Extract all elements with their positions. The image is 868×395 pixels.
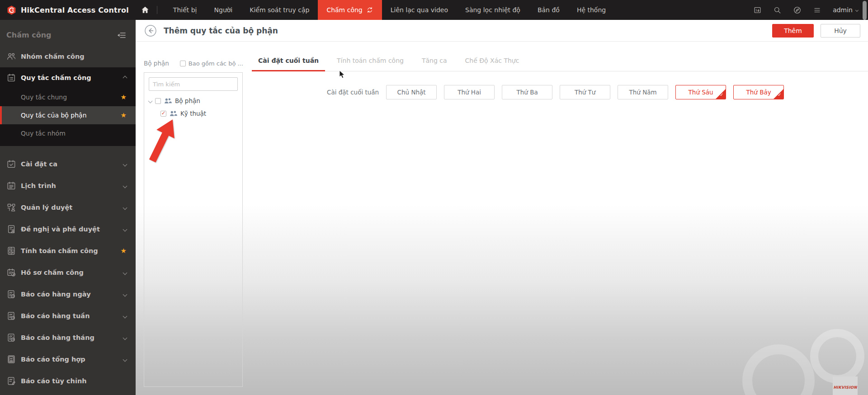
day-button-monday[interactable]: Thứ Hai	[444, 85, 495, 99]
calendar-icon[interactable]: 1	[753, 6, 762, 14]
brand-name: HikCentral Access Control	[21, 6, 129, 14]
day-button-label: Chủ Nhật	[397, 89, 426, 96]
sidebar-item-quy-tac-cua-bo-phan[interactable]: Quy tắc của bộ phận ★	[0, 106, 136, 124]
calendar-clock-icon	[6, 268, 16, 277]
back-button[interactable]	[145, 25, 156, 37]
nav-label: Thiết bị	[173, 6, 197, 14]
sidebar-item-cai-dat-ca[interactable]: Cài đặt ca	[0, 153, 136, 175]
sidebar-item-nhom-cham-cong[interactable]: Nhóm chấm công	[0, 46, 136, 67]
top-nav: Thiết bị Người Kiểm soát truy cập Chấm c…	[165, 0, 614, 20]
sidebar-item-de-nghi-va-phe-duyet[interactable]: Đề nghị và phê duyệt	[0, 218, 136, 240]
sidebar-item-label: Quy tắc chung	[21, 94, 67, 101]
sidebar-item-lich-trinh[interactable]: Lịch trình	[0, 175, 136, 197]
nav-lien-lac-qua-video[interactable]: Liên lạc qua video	[382, 0, 457, 20]
tab-tinh-toan-cham-cong[interactable]: Tính toán chấm công	[330, 57, 410, 71]
day-button-label: Thứ Tư	[575, 89, 595, 96]
tab-che-do-xac-thuc[interactable]: Chế Độ Xác Thực	[459, 57, 526, 71]
sidebar-item-tinh-toan-cham-cong[interactable]: Tính toán chấm công ★	[0, 240, 136, 262]
sidebar-item-label: Báo cáo hàng tuần	[21, 312, 90, 320]
tab-tang-ca[interactable]: Tăng ca	[415, 57, 453, 71]
selected-corner-icon: ✓	[774, 89, 783, 99]
chevron-down-icon	[123, 183, 127, 188]
page-title: Thêm quy tắc của bộ phận	[164, 26, 278, 35]
star-icon[interactable]: ★	[121, 112, 127, 119]
search-icon[interactable]	[773, 6, 782, 14]
sidebar-item-bao-cao-tong-hop[interactable]: Báo cáo tổng hợp	[0, 348, 136, 370]
sidebar-item-label: Lịch trình	[21, 182, 56, 189]
sidebar-item-label: Báo cáo tổng hợp	[21, 356, 85, 363]
sidebar-item-bao-cao-hang-thang[interactable]: Báo cáo hàng tháng	[0, 327, 136, 348]
tab-cai-dat-cuoi-tuan[interactable]: Cài đặt cuối tuần	[252, 57, 325, 71]
nav-he-thong[interactable]: Hệ thống	[568, 0, 614, 20]
sidebar-item-bao-cao-tuy-chinh[interactable]: Báo cáo tùy chỉnh	[0, 370, 136, 392]
nav-label: Sàng lọc nhiệt độ	[465, 6, 520, 14]
checkbox-icon[interactable]	[155, 98, 161, 104]
day-button-thursday[interactable]: Thứ Năm	[618, 85, 668, 99]
day-button-tuesday[interactable]: Thứ Ba	[502, 85, 552, 99]
weekend-setting-label: Cài đặt cuối tuần	[327, 89, 379, 96]
nav-label: Hệ thống	[577, 6, 606, 14]
svg-text:1: 1	[755, 9, 757, 12]
day-button-friday[interactable]: Thứ Sáu✓	[675, 85, 726, 99]
chevron-down-icon	[123, 357, 127, 362]
sidebar-item-label: Tính toán chấm công	[21, 247, 98, 254]
add-button[interactable]: Thêm	[772, 24, 814, 38]
sync-icon	[366, 6, 373, 14]
star-icon[interactable]: ★	[121, 94, 127, 101]
sidebar-item-quan-ly-duyet[interactable]: Quản lý duyệt	[0, 197, 136, 218]
menu-icon[interactable]	[813, 6, 821, 14]
rule-settings-panel: Cài đặt cuối tuần Tính toán chấm công Tă…	[244, 42, 868, 395]
schedule-icon	[6, 181, 16, 191]
tree-node-bo-phan[interactable]: Bộ phận	[149, 97, 238, 104]
include-sub-departments-checkbox[interactable]: Bao gồm các bộ ...	[180, 60, 243, 67]
chevron-down-icon	[123, 314, 127, 318]
department-tree-box: Bộ phận ✓ Kỹ thuật	[144, 72, 243, 387]
main-area: Thêm quy tắc của bộ phận Thêm Hủy Bộ phậ…	[136, 20, 868, 395]
nav-nguoi[interactable]: Người	[206, 0, 241, 20]
day-button-saturday[interactable]: Thứ Bảy✓	[733, 85, 784, 99]
nav-ban-do[interactable]: Bản đồ	[529, 0, 568, 20]
chevron-down-icon	[855, 8, 859, 11]
doc-person-icon	[6, 224, 16, 234]
report-summary-icon	[6, 354, 16, 364]
compass-icon[interactable]	[793, 6, 802, 14]
nav-thiet-bi[interactable]: Thiết bị	[165, 0, 206, 20]
sidebar-item-bao-cao-hang-ngay[interactable]: Báo cáo hàng ngày	[0, 283, 136, 305]
search-input[interactable]	[149, 77, 238, 91]
sidebar-item-label: Báo cáo hàng ngày	[21, 291, 91, 298]
home-icon[interactable]	[141, 5, 150, 14]
sidebar-item-quy-tac-chung[interactable]: Quy tắc chung ★	[0, 88, 136, 106]
day-button-sunday[interactable]: Chủ Nhật	[386, 85, 437, 99]
chevron-down-icon[interactable]	[148, 99, 153, 103]
checkbox-icon[interactable]	[180, 61, 186, 66]
sidebar-item-quy-tac-nhom[interactable]: Quy tắc nhóm	[0, 124, 136, 142]
sidebar-item-ho-so-cham-cong[interactable]: Hồ sơ chấm công	[0, 262, 136, 283]
collapse-sidebar-icon[interactable]	[117, 31, 127, 39]
day-button-wednesday[interactable]: Thứ Tư	[560, 85, 610, 99]
top-bar: HikCentral Access Control Thiết bị Người…	[0, 0, 868, 20]
chevron-down-icon	[123, 335, 127, 340]
tree-node-label: Kỹ thuật	[180, 110, 206, 117]
nav-kiem-soat-truy-cap[interactable]: Kiểm soát truy cập	[241, 0, 318, 20]
calculator-icon	[6, 246, 16, 256]
user-menu[interactable]: admin	[833, 6, 858, 14]
checkbox-checked-icon[interactable]: ✓	[160, 111, 166, 117]
brand: HikCentral Access Control	[0, 5, 129, 15]
nav-cham-cong[interactable]: Chấm công	[318, 0, 382, 20]
sidebar-item-label: Hồ sơ chấm công	[21, 269, 84, 276]
day-button-label: Thứ Sáu	[689, 89, 713, 96]
watermark-tile: HIKVISION	[833, 376, 858, 395]
tree-node-ky-thuat[interactable]: ✓ Kỹ thuật	[160, 110, 238, 117]
scrollbar-thumb[interactable]	[863, 1, 867, 20]
top-right-tools: 1 admin	[753, 6, 868, 14]
nav-sang-loc-nhiet-do[interactable]: Sàng lọc nhiệt độ	[457, 0, 529, 20]
sidebar-item-bao-cao-hang-tuan[interactable]: Báo cáo hàng tuần	[0, 305, 136, 327]
rules-icon	[6, 73, 16, 83]
sidebar-item-quy-tac-cham-cong[interactable]: Quy tắc chấm công	[0, 67, 136, 88]
nav-label: Chấm công	[326, 6, 362, 14]
cancel-button[interactable]: Hủy	[821, 24, 860, 38]
star-icon[interactable]: ★	[121, 248, 127, 254]
day-button-label: Thứ Ba	[517, 89, 538, 96]
sidebar-item-label: Báo cáo tùy chỉnh	[21, 377, 87, 385]
chevron-down-icon	[123, 162, 127, 166]
